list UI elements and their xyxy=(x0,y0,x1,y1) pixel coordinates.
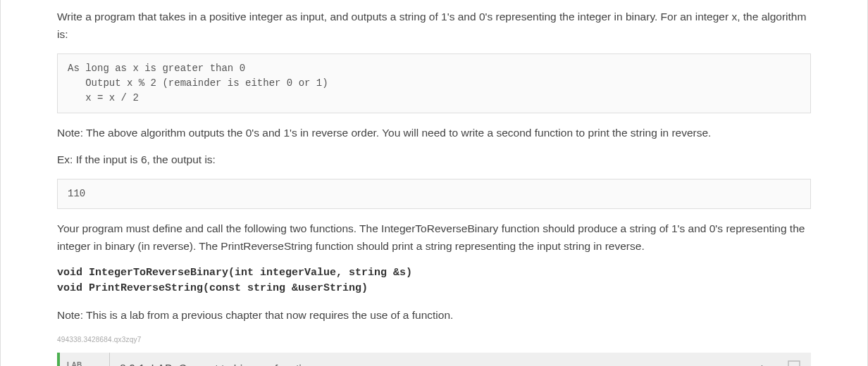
lab-label-line1: LAB xyxy=(67,361,101,366)
bookmark-button[interactable] xyxy=(786,353,811,366)
lab-activity-label: LAB ACTIVITY xyxy=(60,353,110,366)
example-intro: Ex: If the input is 6, the output is: xyxy=(57,151,811,169)
lab-score: 0 / 10 xyxy=(742,353,786,366)
algorithm-code-block: As long as x is greater than 0 Output x … xyxy=(57,53,811,113)
tracking-id: 494338.3428684.qx3zqy7 xyxy=(57,334,811,346)
lab-activity-bar: LAB ACTIVITY 8.9.1: LAB: Convert to bina… xyxy=(57,353,811,366)
note-reverse: Note: The above algorithm outputs the 0'… xyxy=(57,125,811,142)
intro-paragraph: Write a program that takes in a positive… xyxy=(57,8,811,44)
bookmark-icon xyxy=(787,360,801,366)
lab-note: Note: This is a lab from a previous chap… xyxy=(57,307,811,324)
lab-title: 8.9.1: LAB: Convert to binary - function… xyxy=(110,353,743,366)
functions-description: Your program must define and call the fo… xyxy=(57,220,811,255)
assignment-content: Write a program that takes in a positive… xyxy=(0,0,868,366)
function-signatures: void IntegerToReverseBinary(int integerV… xyxy=(57,265,811,297)
example-output-block: 110 xyxy=(57,179,811,209)
